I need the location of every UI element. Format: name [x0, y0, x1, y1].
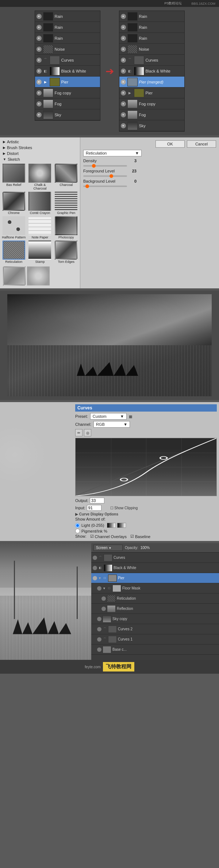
- layer-row[interactable]: ● ⌒ Curves: [119, 55, 184, 66]
- curves-point-tool[interactable]: ◎: [84, 429, 91, 436]
- input-value-field[interactable]: [87, 505, 101, 511]
- layer-visibility-eye[interactable]: ●: [121, 36, 126, 41]
- layer-visibility[interactable]: [97, 617, 101, 621]
- layer-row[interactable]: ● Sky: [119, 120, 184, 131]
- layer-visibility-eye[interactable]: ●: [36, 90, 42, 96]
- final-layer-reticulation[interactable]: Reticulation: [91, 593, 219, 604]
- layer-visibility-eye[interactable]: ●: [36, 47, 42, 52]
- layer-visibility-eye[interactable]: ●: [121, 58, 126, 63]
- foreground-slider-thumb[interactable]: [110, 174, 113, 178]
- filter-thumb-note[interactable]: [28, 216, 51, 235]
- layer-visibility-eye[interactable]: ●: [121, 14, 126, 19]
- layer-visibility-eye[interactable]: ●: [36, 36, 42, 41]
- filter-thumb-chalk[interactable]: [28, 164, 51, 183]
- filter-thumb-halftone[interactable]: [3, 216, 25, 235]
- layer-row[interactable]: ● Fog copy: [119, 98, 184, 109]
- layer-row[interactable]: ● ⌒ Curves: [35, 55, 100, 66]
- layer-row[interactable]: ● Fog: [119, 109, 184, 120]
- final-layer-bw[interactable]: ◧ Black & White: [91, 563, 219, 573]
- foreground-slider[interactable]: [83, 175, 127, 177]
- filter-item-charcoal[interactable]: Charcoal: [54, 164, 78, 190]
- layer-visibility-eye[interactable]: ●: [121, 101, 126, 106]
- layer-row[interactable]: ● Rain: [35, 22, 100, 33]
- show-clipping-checkbox[interactable]: ☐ Show Clipping: [110, 506, 138, 510]
- layer-row[interactable]: ● ◧ Black & White: [119, 66, 184, 77]
- density-slider[interactable]: [83, 165, 127, 167]
- channel-dropdown[interactable]: RGB ▼: [93, 421, 130, 428]
- layer-visibility-eye[interactable]: ●: [121, 90, 126, 96]
- curves-graph[interactable]: [75, 438, 217, 496]
- final-layer-pier[interactable]: ▼ □ Pier: [91, 573, 219, 583]
- layer-visibility-eye[interactable]: ●: [121, 79, 126, 85]
- filter-thumb-charcoal[interactable]: [55, 164, 77, 183]
- layer-row-pier[interactable]: ● ▶ Pier: [35, 77, 100, 87]
- filter-category-distort[interactable]: ▶ Distort: [1, 151, 78, 156]
- layer-visibility-eye[interactable]: ●: [121, 112, 126, 117]
- layer-row[interactable]: ● Rain: [35, 33, 100, 44]
- filter-thumb-conte[interactable]: [28, 192, 51, 211]
- layer-visibility-eye[interactable]: ●: [36, 25, 42, 30]
- layer-row[interactable]: ● Noise: [119, 44, 184, 55]
- filter-thumb-torn[interactable]: [55, 241, 77, 260]
- filter-item-halftone[interactable]: Halftone Pattern: [1, 216, 26, 239]
- final-layer-curves2[interactable]: ⌒ Curves 2: [91, 624, 219, 634]
- layer-visibility[interactable]: [101, 596, 106, 601]
- curves-svg[interactable]: [76, 438, 216, 496]
- layer-visibility[interactable]: [97, 586, 101, 591]
- filter-item-torn[interactable]: Torn Edges: [54, 241, 78, 264]
- layer-visibility[interactable]: [93, 566, 97, 570]
- light-radio[interactable]: [75, 523, 80, 528]
- blend-mode-dropdown[interactable]: Screen ▼: [93, 545, 123, 551]
- final-layer-sky-copy[interactable]: Sky copy: [91, 614, 219, 624]
- preset-dropdown[interactable]: Reticulation ▼: [83, 150, 142, 156]
- final-layer-floor-mask[interactable]: ▼ □ Floor Mask: [91, 583, 219, 593]
- filter-item-conte[interactable]: Conté Crayon: [28, 192, 53, 215]
- filter-thumb-bas-relief[interactable]: [3, 164, 25, 183]
- filter-item-stamp[interactable]: Stamp: [28, 241, 53, 264]
- filter-category-sketch[interactable]: ▼ Sketch: [1, 156, 78, 162]
- layer-visibility-eye[interactable]: ●: [36, 101, 42, 106]
- layer-row-pier-merged[interactable]: ● Pier (merged): [119, 77, 184, 87]
- layer-row[interactable]: ● Rain: [119, 33, 184, 44]
- layer-visibility[interactable]: [93, 576, 97, 580]
- layer-row[interactable]: ● Fog: [35, 98, 100, 109]
- layer-visibility-eye[interactable]: ●: [121, 69, 126, 74]
- layer-row[interactable]: ● Rain: [35, 11, 100, 22]
- channel-overlays-check[interactable]: ☑ Channel Overlays: [90, 534, 127, 539]
- layer-visibility[interactable]: [93, 556, 97, 560]
- final-layer-base[interactable]: Base c...: [91, 645, 219, 655]
- filter-thumb-reticulation[interactable]: [3, 241, 25, 260]
- layer-row[interactable]: ● Rain: [119, 11, 184, 22]
- pigment-radio[interactable]: [75, 529, 80, 533]
- preset-dropdown[interactable]: Custom ▼: [90, 413, 127, 420]
- layer-visibility-eye[interactable]: ●: [36, 14, 42, 19]
- layer-row[interactable]: ● Sky: [35, 109, 100, 120]
- layer-visibility-eye[interactable]: ●: [36, 58, 42, 63]
- layer-visibility[interactable]: [101, 607, 106, 611]
- layer-visibility-eye[interactable]: ●: [36, 79, 42, 85]
- filter-item-reticulation[interactable]: Reticulation: [1, 241, 26, 264]
- ok-button[interactable]: OK: [155, 140, 185, 148]
- filter-item-chrome[interactable]: Chrome: [1, 192, 26, 215]
- filter-item-bas-relief[interactable]: Bas Relief: [1, 164, 26, 190]
- layer-visibility-eye[interactable]: ●: [121, 47, 126, 52]
- final-layer-reflection[interactable]: Reflection: [91, 604, 219, 614]
- filter-thumb-stamp[interactable]: [28, 241, 51, 260]
- layer-visibility-eye[interactable]: ●: [36, 69, 42, 74]
- density-slider-thumb[interactable]: [92, 164, 96, 168]
- layer-row[interactable]: ● ▶ Pier: [119, 87, 184, 98]
- layer-row[interactable]: ● Noise: [35, 44, 100, 55]
- filter-thumb-extra[interactable]: [27, 266, 50, 285]
- layer-row[interactable]: ● ◧ Black & White: [35, 66, 100, 77]
- filter-thumb-photocopy[interactable]: [55, 216, 77, 235]
- layer-visibility-eye[interactable]: ●: [121, 123, 126, 128]
- filter-thumb-graphic[interactable]: [55, 192, 77, 211]
- background-slider-thumb[interactable]: [85, 184, 89, 188]
- layer-row[interactable]: ● Fog copy: [35, 87, 100, 98]
- layer-visibility[interactable]: [97, 647, 101, 652]
- filter-item-chalk[interactable]: Chalk & Charcoal: [28, 164, 53, 190]
- filter-item-photocopy[interactable]: Photocopy: [54, 216, 78, 239]
- layer-row[interactable]: ● Rain: [119, 22, 184, 33]
- final-layer-curves1[interactable]: ⌒ Curves 1: [91, 634, 219, 645]
- output-input[interactable]: [90, 498, 104, 503]
